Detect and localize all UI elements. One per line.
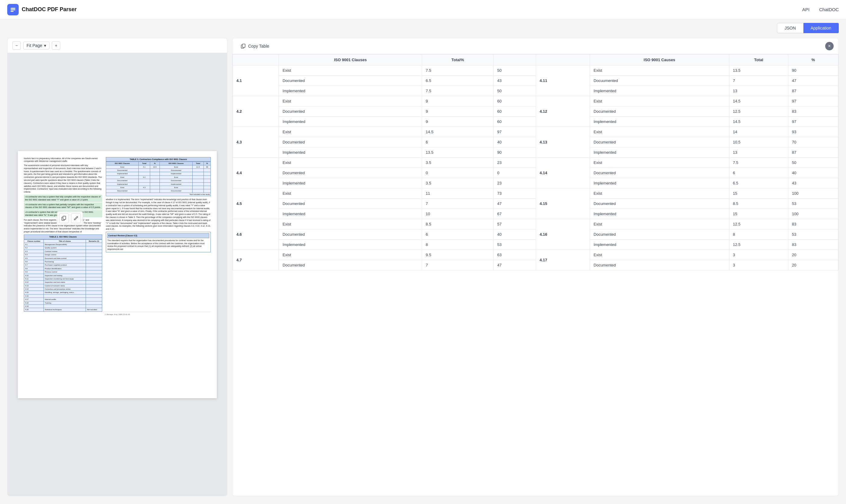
- cell-total-right: 14.5: [729, 116, 788, 127]
- cell-total-left: 0: [422, 168, 493, 178]
- nav-chatdoc[interactable]: ChatDOC: [819, 7, 839, 12]
- cell-aspect-right: Exist: [590, 188, 729, 199]
- pdf-page: tractors feel it is preparatory informat…: [18, 151, 217, 398]
- cell-total-right: 12.5: [729, 106, 788, 116]
- cell-aspect-right: Documented: [590, 137, 729, 147]
- cell-pct-left: 23: [493, 178, 536, 188]
- col-header-clause-right: [536, 55, 590, 66]
- cell-pct-right: 100: [788, 209, 838, 219]
- pdf-bullet-1: • A contractor who has a system that ful…: [24, 195, 102, 202]
- cell-aspect-right: Implemented: [590, 116, 729, 127]
- cell-aspect-right: Documented: [590, 260, 729, 270]
- logo-area: ChatDOC PDF Parser: [7, 4, 802, 15]
- cell-total-left: 9: [422, 96, 493, 106]
- table-row: Documented640Documented853: [233, 229, 839, 240]
- cell-pct-left: 60: [493, 96, 536, 106]
- cell-pct-right: 20: [788, 260, 838, 270]
- cell-total-left: 9: [422, 106, 493, 116]
- cell-aspect-right: Exist: [590, 96, 729, 106]
- pdf-table2-title: TABLE 2. ISO 9001 Clauses: [24, 235, 102, 239]
- cell-clause-left: 4.2: [233, 96, 279, 127]
- edit-icon-button[interactable]: [71, 213, 81, 223]
- cell-clause-right: 4.14: [536, 158, 590, 188]
- tab-bar: JSON Application: [0, 19, 846, 33]
- cell-total-left: 3.5: [422, 178, 493, 188]
- copy-icon-button[interactable]: [59, 213, 69, 223]
- pdf-toolbar: − Fit Page ▾ +: [7, 38, 227, 53]
- pdf-footer: J. Manage. Eng. 1999.15:41-46: [24, 312, 211, 317]
- cell-pct-right: 87: [788, 86, 838, 96]
- cell-aspect-left: Documented: [279, 137, 422, 147]
- cell-clause-left: 4.1: [233, 66, 279, 96]
- zoom-out-button[interactable]: −: [12, 41, 21, 50]
- cell-aspect-left: Exist: [279, 219, 422, 229]
- cell-aspect-right: Docuumented: [590, 76, 729, 86]
- cell-aspect-left: Documented: [279, 76, 422, 86]
- pdf-left-col: tractors feel it is preparatory informat…: [24, 157, 102, 312]
- cell-total-left: 7.5: [422, 66, 493, 76]
- app-panel: Copy Table × ISO 9001 Clauses Total% ISO…: [232, 38, 839, 496]
- cell-pct-left: 40: [493, 229, 536, 240]
- cell-total-right: 15: [729, 209, 788, 219]
- tab-application[interactable]: Application: [804, 23, 839, 33]
- cell-total-right: 6.5: [729, 178, 788, 188]
- cell-total-left: 6: [422, 229, 493, 240]
- cell-aspect-left: Documented: [279, 229, 422, 240]
- cell-total-right: 12.5: [729, 219, 788, 229]
- cell-aspect-left: Implemented: [279, 86, 422, 96]
- cell-pct-left: 47: [493, 199, 536, 209]
- cell-pct-left: 53: [493, 240, 536, 250]
- cell-pct-left: 63: [493, 250, 536, 260]
- cell-clause-right: 4.12: [536, 96, 590, 127]
- cell-total-left: 3.5: [422, 158, 493, 168]
- close-button[interactable]: ×: [825, 42, 834, 50]
- cell-pct-left: 57: [493, 219, 536, 229]
- cell-aspect-right: Documented: [590, 168, 729, 178]
- cell-clause-left: 4.3: [233, 127, 279, 158]
- app-panel-header: Copy Table ×: [232, 38, 839, 54]
- svg-rect-0: [11, 8, 15, 9]
- table-row: 4.5Exist11734.15Exist15100: [233, 188, 839, 199]
- cell-total-left: 10: [422, 209, 493, 219]
- table-row: Implemented7.550Implemented1387: [233, 86, 839, 96]
- cell-total-right: 15: [729, 188, 788, 199]
- table-row: Implemented1067Implemented15100: [233, 209, 839, 219]
- cell-pct-right: 90: [788, 66, 838, 76]
- pdf-bullet-2: • A contractor who has a system that par…: [24, 202, 102, 210]
- data-table-container: ISO 9001 Clauses Total% ISO 9001 Causes …: [232, 54, 839, 496]
- cell-pct-right: 87: [788, 147, 838, 158]
- cell-clause-left: 4.5: [233, 188, 279, 219]
- cell-pct-left: 50: [493, 86, 536, 96]
- col-header-iso-right: ISO 9001 Causes: [590, 55, 729, 66]
- copy-table-button[interactable]: Copy Table: [237, 42, 273, 50]
- table-row: 4.4Exist3.5234.14Exist7.550: [233, 158, 839, 168]
- fit-page-button[interactable]: Fit Page ▾: [23, 41, 50, 50]
- cell-total-left: 13.5: [422, 147, 493, 158]
- cell-total-left: 8.5: [422, 219, 493, 229]
- fit-page-label: Fit Page: [26, 43, 42, 48]
- cell-aspect-left: Documented: [279, 199, 422, 209]
- cell-pct-left: 97: [493, 127, 536, 137]
- cell-clause-right: 4.11: [536, 66, 590, 96]
- tab-json[interactable]: JSON: [777, 23, 803, 33]
- cell-aspect-right: Documented: [590, 229, 729, 240]
- cell-pct-left: 73: [493, 188, 536, 199]
- col-header-total-right: Total: [729, 55, 788, 66]
- logo-icon: [7, 4, 19, 15]
- cell-total-right: 14.5: [729, 96, 788, 106]
- cell-total-right: 8.5: [729, 199, 788, 209]
- cell-total-right: 6: [729, 168, 788, 178]
- pdf-table2: Clause numberTitle of clauseRemarks (1) …: [24, 239, 102, 312]
- cell-total-left: 11: [422, 188, 493, 199]
- col-header-iso-left: ISO 9001 Clauses: [279, 55, 422, 66]
- chevron-down-icon: ▾: [44, 43, 46, 48]
- cell-clause-left: 4.7: [233, 250, 279, 270]
- nav-api[interactable]: API: [802, 7, 810, 12]
- header-nav: API ChatDOC: [802, 7, 839, 12]
- cell-total-left: 9: [422, 116, 493, 127]
- cell-total-right: 3: [729, 260, 788, 270]
- cell-clause-right: 4.15: [536, 188, 590, 219]
- cell-pct-right: 97: [788, 96, 838, 106]
- table-row: 4.7Exist9.5634.17Exist320: [233, 250, 839, 260]
- zoom-in-button[interactable]: +: [52, 41, 60, 50]
